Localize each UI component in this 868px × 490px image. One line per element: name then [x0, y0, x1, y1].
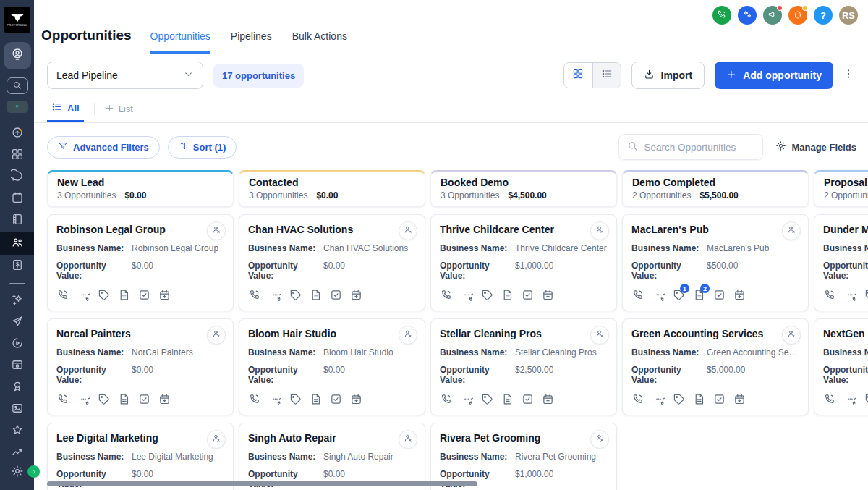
sidebar-item-marketing[interactable]: [0, 312, 34, 334]
add-list-button[interactable]: List: [105, 96, 133, 122]
sidebar-ai-button[interactable]: [7, 101, 28, 113]
search-opportunities-input[interactable]: [644, 142, 745, 153]
calendar-icon[interactable]: [349, 392, 363, 406]
opportunity-card[interactable]: Green Accounting ServicesBusiness Name:G…: [622, 318, 809, 415]
chat-icon[interactable]: [460, 288, 474, 302]
assign-contact-button[interactable]: [399, 326, 417, 345]
tag-icon[interactable]: [480, 288, 494, 302]
tag-icon[interactable]: [97, 288, 111, 302]
sidebar-item-contacts[interactable]: [0, 210, 34, 232]
task-icon[interactable]: [329, 392, 343, 406]
tag-icon[interactable]: [289, 392, 302, 406]
note-icon[interactable]: [692, 392, 706, 406]
chat-icon[interactable]: [460, 392, 474, 406]
opportunity-card[interactable]: Thrive Childcare CenterBusiness Name:Thr…: [430, 214, 617, 311]
tag-icon[interactable]: [480, 392, 494, 406]
tag-icon[interactable]: 2: [864, 288, 868, 302]
sidebar-item-sites[interactable]: [0, 355, 34, 377]
opportunity-card[interactable]: MacLaren's PubBusiness Name:MacLaren's P…: [622, 214, 809, 311]
chat-icon[interactable]: [843, 392, 857, 406]
note-icon[interactable]: [117, 288, 131, 302]
advanced-filters-button[interactable]: Advanced Filters: [47, 136, 160, 159]
opportunity-card[interactable]: Robinson Legal GroupBusiness Name:Robins…: [47, 214, 234, 311]
header-tab-opportunities[interactable]: Opportunities: [150, 30, 210, 54]
assign-contact-button[interactable]: [782, 326, 801, 345]
tag-icon[interactable]: [97, 392, 111, 406]
assign-contact-button[interactable]: [399, 221, 417, 240]
calendar-icon[interactable]: [733, 288, 746, 302]
header-tab-pipelines[interactable]: Pipelines: [231, 30, 272, 54]
sidebar-item-reporting[interactable]: [0, 442, 34, 464]
note-icon[interactable]: [309, 288, 323, 302]
phone-icon[interactable]: [631, 288, 645, 302]
sidebar-search-button[interactable]: [7, 77, 28, 94]
pipeline-select[interactable]: Lead Pipeline: [47, 62, 203, 89]
manage-fields-button[interactable]: Manage Fields: [775, 140, 856, 153]
note-icon[interactable]: [117, 392, 131, 406]
add-opportunity-button[interactable]: Add opportunity: [715, 62, 833, 89]
sidebar-settings-button[interactable]: [11, 465, 24, 481]
help-button[interactable]: ?: [814, 6, 833, 25]
sidebar-item-conversations[interactable]: [0, 166, 34, 188]
column-header[interactable]: Contacted3 Opportunities$0.00: [239, 170, 425, 207]
sidebar-item-reputation[interactable]: [0, 421, 34, 442]
sidebar-profile-button[interactable]: [4, 42, 31, 69]
phone-icon[interactable]: [56, 392, 70, 406]
phone-icon[interactable]: [823, 392, 837, 406]
sidebar-item-calendars[interactable]: [0, 188, 34, 210]
note-icon[interactable]: [501, 288, 514, 302]
task-icon[interactable]: [712, 392, 726, 406]
calendar-icon[interactable]: [158, 288, 171, 302]
chat-icon[interactable]: [77, 392, 90, 406]
sidebar-item-ai-agents[interactable]: [0, 290, 34, 312]
tab-all[interactable]: All: [47, 96, 84, 122]
ai-sparkles-button[interactable]: [738, 6, 757, 25]
chat-icon[interactable]: [843, 288, 857, 302]
task-icon[interactable]: [329, 288, 343, 302]
phone-icon[interactable]: [56, 288, 70, 302]
assign-contact-button[interactable]: [782, 221, 801, 240]
import-button[interactable]: Import: [631, 62, 705, 89]
tag-icon[interactable]: [864, 392, 868, 406]
sidebar-item-payments[interactable]: [0, 255, 34, 277]
tag-icon[interactable]: 1: [672, 288, 686, 302]
tag-icon[interactable]: [289, 288, 302, 302]
opportunity-card[interactable]: Norcal PaintersBusiness Name:NorCal Pain…: [47, 318, 234, 415]
sidebar-item-media[interactable]: [0, 399, 34, 421]
chat-icon[interactable]: [268, 288, 282, 302]
column-header[interactable]: Booked Demo3 Opportunities$4,500.00: [430, 170, 617, 207]
opportunity-card[interactable]: Stellar Cleaning ProsBusiness Name:Stell…: [430, 318, 617, 415]
phone-icon[interactable]: [631, 392, 645, 406]
assign-contact-button[interactable]: [399, 430, 417, 449]
task-icon[interactable]: [137, 392, 151, 406]
list-view-button[interactable]: [592, 63, 621, 88]
column-header[interactable]: Demo Completed2 Opportunities$5,500.00: [622, 170, 809, 207]
chat-icon[interactable]: [652, 288, 665, 302]
assign-contact-button[interactable]: [207, 430, 226, 449]
assign-contact-button[interactable]: [590, 430, 609, 449]
chat-icon[interactable]: [77, 288, 90, 302]
header-tab-bulk-actions[interactable]: Bulk Actions: [292, 30, 347, 54]
note-icon[interactable]: [309, 392, 323, 406]
task-icon[interactable]: [712, 288, 726, 302]
phone-icon[interactable]: [440, 392, 454, 406]
calendar-icon[interactable]: [541, 288, 555, 302]
megaphone-button[interactable]: [763, 6, 782, 25]
note-icon[interactable]: 2: [692, 288, 706, 302]
grid-view-button[interactable]: [564, 63, 592, 88]
assign-contact-button[interactable]: [590, 221, 609, 240]
opportunity-card[interactable]: Singh Auto RepairBusiness Name:Singh Aut…: [239, 423, 425, 490]
task-icon[interactable]: [521, 392, 535, 406]
note-icon[interactable]: [501, 392, 514, 406]
more-options-button[interactable]: [841, 68, 856, 83]
opportunity-card[interactable]: Bloom Hair StudioBusiness Name:Bloom Hai…: [239, 318, 425, 415]
sidebar-expand-button[interactable]: [27, 465, 40, 478]
sidebar-item-automation[interactable]: [0, 334, 34, 355]
chat-icon[interactable]: [652, 392, 665, 406]
phone-icon[interactable]: [823, 288, 837, 302]
task-icon[interactable]: [137, 288, 151, 302]
phone-icon[interactable]: [248, 392, 262, 406]
chat-icon[interactable]: [268, 392, 282, 406]
tag-icon[interactable]: [672, 392, 686, 406]
horizontal-scrollbar[interactable]: [47, 481, 477, 486]
